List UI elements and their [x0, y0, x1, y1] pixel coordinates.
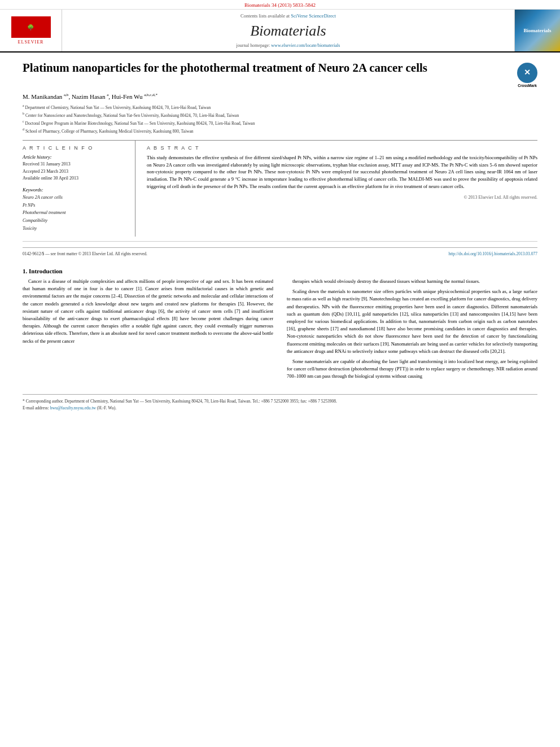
- affiliations: a Department of Chemistry, National Sun …: [23, 103, 537, 134]
- article-info-abstract: A R T I C L E I N F O Article history: R…: [23, 140, 537, 237]
- main-content: Platinum nanoparticles for the photother…: [0, 53, 560, 422]
- section-divider: [23, 241, 537, 242]
- email-link[interactable]: hwu@faculty.nsysu.edu.tw: [50, 405, 96, 410]
- sciverse-line: Contents lists available at SciVerse Sci…: [240, 13, 336, 19]
- abstract-label: A B S T R A C T: [147, 145, 537, 151]
- intro-col-left: Cancer is a disease of multiple complexi…: [23, 278, 273, 383]
- journal-center: Contents lists available at SciVerse Sci…: [62, 10, 515, 51]
- article-info-panel: A R T I C L E I N F O Article history: R…: [23, 141, 135, 237]
- journal-cover: Biomaterials: [515, 10, 560, 51]
- cover-label: Biomaterials: [522, 25, 554, 36]
- elsevier-logo-area: 🌳 ELSEVIER: [0, 10, 62, 51]
- sciverse-link[interactable]: SciVerse ScienceDirect: [291, 13, 336, 19]
- corresponding-author: * Corresponding author. Department of Ch…: [23, 398, 537, 404]
- affiliation-a: a Department of Chemistry, National Sun …: [23, 103, 537, 111]
- keywords-list: Neuro 2A cancer cells Pt NPs Phototherma…: [23, 194, 128, 232]
- homepage-link[interactable]: www.elsevier.com/locate/biomaterials: [271, 43, 340, 48]
- intro-p4: Some nanomaterials are capable of absorb…: [287, 358, 537, 381]
- bottom-info-bar: 0142-9612/$ — see front matter © 2013 El…: [23, 247, 537, 256]
- article-title: Platinum nanoparticles for the photother…: [23, 60, 511, 75]
- article-info-label: A R T I C L E I N F O: [23, 145, 128, 151]
- affiliation-d: d School of Pharmacy, College of Pharmac…: [23, 127, 537, 134]
- article-history: Article history: Received 31 January 201…: [23, 154, 128, 182]
- elsevier-icon: 🌳: [27, 24, 34, 30]
- received-date: Received 31 January 2013 Accepted 23 Mar…: [23, 161, 128, 182]
- copyright-text: © 2013 Elsevier Ltd. All rights reserved…: [147, 195, 537, 200]
- intro-p1: Cancer is a disease of multiple complexi…: [23, 278, 273, 345]
- doi-link[interactable]: http://dx.doi.org/10.1016/j.biomaterials…: [448, 251, 537, 256]
- introduction-section: 1. Introduction Cancer is a disease of m…: [23, 268, 537, 383]
- keywords-section: Keywords: Neuro 2A cancer cells Pt NPs P…: [23, 187, 128, 232]
- keywords-label: Keywords:: [23, 187, 128, 193]
- intro-p3: Scaling down the materials to nanometer …: [287, 288, 537, 355]
- affiliation-c: c Doctoral Degree Program in Marine Biot…: [23, 119, 537, 126]
- intro-col-right: therapies which would obviously destroy …: [287, 278, 537, 383]
- intro-p2: therapies which would obviously destroy …: [287, 278, 537, 285]
- journal-header: 🌳 ELSEVIER Contents lists available at S…: [0, 10, 560, 53]
- history-label: Article history:: [23, 154, 128, 160]
- affiliation-b: b Center for Nanoscience and Nanotechnol…: [23, 111, 537, 119]
- citation-bar: Biomaterials 34 (2013) 5833–5842: [0, 0, 560, 10]
- email-line: E-mail address: hwu@faculty.nsysu.edu.tw…: [23, 405, 537, 411]
- journal-homepage: journal homepage: www.elsevier.com/locat…: [237, 43, 340, 48]
- footnote-area: * Corresponding author. Department of Ch…: [23, 394, 537, 411]
- abstract-text: This study demonstrates the effective sy…: [147, 154, 537, 190]
- journal-title: Biomaterials: [250, 23, 326, 40]
- intro-title: 1. Introduction: [23, 268, 537, 274]
- issn-text: 0142-9612/$ — see front matter © 2013 El…: [23, 251, 147, 256]
- article-title-area: Platinum nanoparticles for the photother…: [23, 60, 537, 88]
- crossmark-badge: ✕ CrossMark: [517, 63, 537, 88]
- intro-body: Cancer is a disease of multiple complexi…: [23, 278, 537, 383]
- elsevier-label: ELSEVIER: [11, 40, 51, 45]
- citation-text: Biomaterials 34 (2013) 5833–5842: [244, 2, 316, 8]
- authors-line: M. Manikandan a,b, Nazim Hasan a, Hui-Fe…: [23, 93, 537, 100]
- abstract-panel: A B S T R A C T This study demonstrates …: [147, 141, 537, 237]
